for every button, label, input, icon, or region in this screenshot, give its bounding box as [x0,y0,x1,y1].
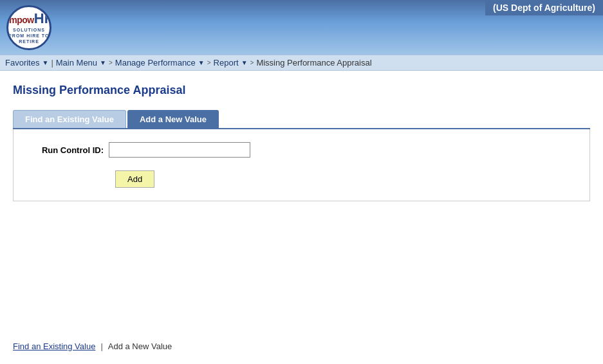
main-content: Missing Performance Appraisal Find an Ex… [0,71,603,208]
bottom-find-existing-link[interactable]: Find an Existing Value [13,341,95,351]
logo-area: EmpowHR SOLUTIONSFROM HIRE TO RETIRE [0,5,51,50]
nav-report[interactable]: Report ▼ [214,58,248,68]
add-button[interactable]: Add [115,170,154,188]
nav-arrow-1: > [109,59,113,66]
nav-arrow-2: > [207,59,211,66]
bottom-add-new-text: Add a New Value [108,341,172,351]
logo-hr: HR [34,10,51,26]
logo-subtitle: SOLUTIONSFROM HIRE TO RETIRE [6,27,51,44]
main-menu-dropdown-icon: ▼ [100,59,106,66]
nav-favorites[interactable]: Favorites ▼ [5,58,48,68]
page-title: Missing Performance Appraisal [13,84,590,97]
nav-manage-performance[interactable]: Manage Performance ▼ [115,58,205,68]
tabs-container: Find an Existing Value Add a New Value [13,110,590,129]
org-label: (US Dept of Agriculture) [485,0,603,15]
logo-empow: Empow [6,15,34,25]
run-control-input[interactable] [109,142,250,158]
add-button-row: Add [109,168,583,188]
nav-main-menu[interactable]: Main Menu ▼ [56,58,106,68]
bottom-links: Find an Existing Value | Add a New Value [13,341,172,351]
tab-find-existing[interactable]: Find an Existing Value [13,110,126,128]
run-control-label: Run Control ID: [20,145,104,155]
nav-bar: Favorites ▼ | Main Menu ▼ > Manage Perfo… [0,55,603,71]
report-dropdown-icon: ▼ [241,59,248,66]
tab-add-new[interactable]: Add a New Value [127,110,219,128]
run-control-row: Run Control ID: [20,142,583,158]
form-area: Run Control ID: Add [13,129,590,201]
favorites-dropdown-icon: ▼ [42,59,48,66]
nav-current-page: Missing Performance Appraisal [256,58,371,68]
logo-circle: EmpowHR SOLUTIONSFROM HIRE TO RETIRE [6,5,51,50]
bottom-separator: | [100,341,102,351]
nav-arrow-3: > [250,59,254,66]
nav-sep-1: | [51,58,53,68]
header: (US Dept of Agriculture) EmpowHR SOLUTIO… [0,0,603,55]
manage-perf-dropdown-icon: ▼ [198,59,205,66]
